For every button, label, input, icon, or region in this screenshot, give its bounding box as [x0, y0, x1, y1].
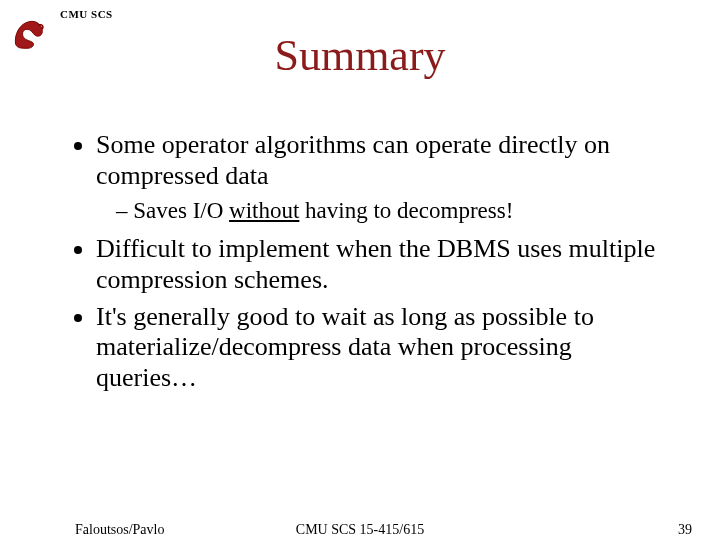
bullet-3: It's generally good to wait as long as p…: [96, 302, 660, 394]
slide: CMU SCS Summary Some operator algorithms…: [0, 0, 720, 540]
slide-title: Summary: [0, 30, 720, 81]
footer-course: CMU SCS 15-415/615: [0, 522, 720, 538]
bullet-1-sub-suffix: having to decompress!: [299, 198, 513, 223]
bullet-2-text: Difficult to implement when the DBMS use…: [96, 234, 655, 294]
org-label: CMU SCS: [60, 8, 113, 20]
bullet-1-text: Some operator algorithms can operate dir…: [96, 130, 610, 190]
bullet-1-sub-underlined: without: [229, 198, 299, 223]
bullet-1-sub: Saves I/O without having to decompress!: [116, 197, 660, 224]
bullet-3-text: It's generally good to wait as long as p…: [96, 302, 594, 392]
footer-page-number: 39: [678, 522, 692, 538]
slide-body: Some operator algorithms can operate dir…: [70, 130, 660, 400]
bullet-1-sub-prefix: Saves I/O: [133, 198, 229, 223]
bullet-2: Difficult to implement when the DBMS use…: [96, 234, 660, 295]
bullet-1: Some operator algorithms can operate dir…: [96, 130, 660, 224]
